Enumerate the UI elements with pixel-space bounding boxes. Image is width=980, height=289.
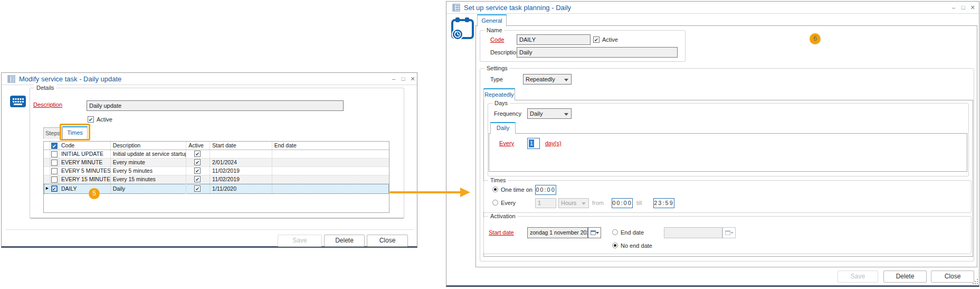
delete-button[interactable]: Delete xyxy=(883,271,927,283)
cell-code[interactable]: INITIAL UPDATE xyxy=(59,150,111,158)
row-checkbox[interactable] xyxy=(51,168,58,174)
frequency-label: Frequency xyxy=(494,110,521,117)
interval-unit-dropdown[interactable]: Hours xyxy=(558,198,589,208)
cell-end-date[interactable] xyxy=(272,159,389,166)
till-label: till xyxy=(636,200,642,206)
cell-code[interactable]: DAILY xyxy=(59,184,111,194)
cell-active-checkbox[interactable] xyxy=(194,151,201,157)
details-group-label: Details xyxy=(34,85,56,91)
cell-end-date[interactable] xyxy=(272,150,389,158)
tab-repeatedly[interactable]: Repeatedly xyxy=(483,88,515,100)
from-time-field[interactable]: 00:00 xyxy=(612,198,633,208)
cell-end-date[interactable] xyxy=(272,184,389,194)
days-group-label: Days xyxy=(492,100,510,106)
right-window-title: Set up service task planning - Daily xyxy=(464,4,571,12)
cell-active-checkbox[interactable] xyxy=(194,167,201,174)
column-header-active[interactable]: Active xyxy=(186,142,210,150)
active-checkbox[interactable] xyxy=(88,116,94,123)
row-checkbox[interactable] xyxy=(51,176,58,183)
active-checkbox[interactable] xyxy=(593,36,600,43)
every-days-input[interactable]: 1 xyxy=(527,138,540,149)
column-header-end-date[interactable]: End date xyxy=(272,142,389,150)
close-button[interactable]: Close xyxy=(367,235,408,247)
cell-description[interactable]: Every 5 minutes xyxy=(111,167,187,175)
table-row[interactable]: INITIAL UPDATE Initial update at service… xyxy=(44,150,389,159)
column-header-code[interactable]: Code xyxy=(59,142,111,150)
type-dropdown-value: Repeatedly xyxy=(526,76,555,82)
one-time-field[interactable]: 00:00 xyxy=(535,185,556,195)
times-table[interactable]: Code Description Active Start date End d… xyxy=(43,141,389,213)
chevron-down-icon xyxy=(564,79,568,81)
save-button[interactable]: Save xyxy=(278,235,322,247)
no-end-date-radio[interactable] xyxy=(612,243,618,248)
activation-group-label: Activation xyxy=(488,213,518,219)
end-date-calendar-button[interactable] xyxy=(722,227,736,238)
start-date-field[interactable]: zondag 1 november 2020 xyxy=(527,227,588,238)
cell-code[interactable]: EVERY 5 MINUTES xyxy=(59,167,111,175)
description-label: Description xyxy=(490,49,519,55)
no-end-date-label: No end date xyxy=(621,243,652,249)
column-header-start-date[interactable]: Start date xyxy=(210,142,272,150)
window-document-icon xyxy=(7,75,15,83)
cell-end-date[interactable] xyxy=(272,167,389,175)
chevron-down-icon xyxy=(582,202,586,205)
type-dropdown[interactable]: Repeatedly xyxy=(523,74,572,85)
cell-description[interactable]: Daily xyxy=(111,184,187,194)
column-header-description[interactable]: Description xyxy=(111,142,187,150)
cell-code[interactable]: EVERY 15 MINUTES xyxy=(59,175,111,183)
table-row[interactable]: EVERY MINUTE Every minute 2/01/2024 xyxy=(44,159,389,167)
cell-description[interactable]: Initial update at service startup. xyxy=(111,150,187,158)
left-titlebar[interactable]: Modify service task - Daily update – □ ✕ xyxy=(2,73,417,85)
close-button[interactable]: Close xyxy=(931,271,974,283)
left-window-title: Modify service task - Daily update xyxy=(19,75,121,83)
right-titlebar[interactable]: Set up service task planning - Daily – □… xyxy=(446,2,979,14)
row-checkbox[interactable] xyxy=(51,151,58,157)
daily-panel xyxy=(489,133,967,172)
cell-end-date[interactable] xyxy=(272,175,389,183)
cell-start-date[interactable]: 1/11/2020 xyxy=(210,184,272,194)
cell-start-date[interactable]: 11/02/2019 xyxy=(210,167,272,175)
description-field[interactable]: Daily xyxy=(517,47,678,58)
frequency-dropdown[interactable]: Daily xyxy=(527,108,572,119)
delete-button[interactable]: Delete xyxy=(324,235,365,247)
row-checkbox[interactable] xyxy=(51,160,58,166)
maximize-icon[interactable]: □ xyxy=(959,3,967,12)
row-checkbox[interactable] xyxy=(51,185,58,192)
cell-description[interactable]: Every 15 minutes xyxy=(111,175,187,183)
minimize-icon[interactable]: – xyxy=(949,3,958,12)
code-field[interactable]: DAILY xyxy=(517,34,591,45)
screenshot-stage: Modify service task - Daily update – □ ✕… xyxy=(0,0,980,289)
interval-label: Every xyxy=(501,200,516,206)
select-all-checkbox[interactable] xyxy=(51,143,58,149)
cell-start-date[interactable] xyxy=(210,150,272,158)
close-icon[interactable]: ✕ xyxy=(408,74,417,83)
interval-value-field[interactable]: 1 xyxy=(535,198,556,208)
every-days-label: Every xyxy=(499,140,514,146)
cell-active-checkbox[interactable] xyxy=(194,176,201,182)
cell-start-date[interactable]: 11/02/2019 xyxy=(210,175,272,183)
start-date-calendar-button[interactable] xyxy=(588,227,601,238)
description-field[interactable]: Daily update xyxy=(87,100,344,111)
table-row[interactable]: EVERY 15 MINUTES Every 15 minutes 11/02/… xyxy=(44,175,389,184)
close-icon[interactable]: ✕ xyxy=(968,3,977,12)
cell-start-date[interactable]: 2/01/2024 xyxy=(210,159,272,166)
table-row[interactable]: EVERY 5 MINUTES Every 5 minutes 11/02/20… xyxy=(44,167,389,175)
one-time-radio[interactable] xyxy=(492,187,498,192)
till-time-field[interactable]: 23:59 xyxy=(653,198,674,208)
save-button[interactable]: Save xyxy=(838,271,878,283)
select-all-header[interactable] xyxy=(50,142,59,150)
interval-radio[interactable] xyxy=(492,200,498,206)
end-date-radio[interactable] xyxy=(612,229,618,235)
cell-description[interactable]: Every minute xyxy=(111,159,187,166)
resize-grip[interactable] xyxy=(973,279,978,284)
table-header-row: Code Description Active Start date End d… xyxy=(44,142,389,150)
minimize-icon[interactable]: – xyxy=(389,74,398,83)
row-selector-header xyxy=(44,142,50,150)
cell-code[interactable]: EVERY MINUTE xyxy=(59,159,111,166)
maximize-icon[interactable]: □ xyxy=(399,74,407,83)
cell-active-checkbox[interactable] xyxy=(194,185,201,192)
tab-general[interactable]: General xyxy=(477,14,507,26)
cell-active-checkbox[interactable] xyxy=(194,159,201,165)
tab-daily[interactable]: Daily xyxy=(490,122,516,134)
end-date-field[interactable] xyxy=(664,227,722,238)
